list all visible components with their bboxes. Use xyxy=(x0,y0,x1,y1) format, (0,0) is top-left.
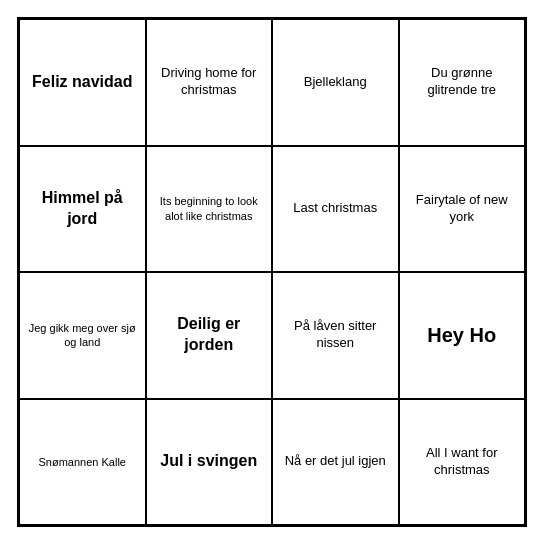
bingo-cell-r3c3: All I want for christmas xyxy=(399,399,526,526)
bingo-cell-r1c1: Its beginning to look alot like christma… xyxy=(146,146,273,273)
bingo-cell-r2c0: Jeg gikk meg over sjø og land xyxy=(19,272,146,399)
bingo-cell-r3c2: Nå er det jul igjen xyxy=(272,399,399,526)
bingo-cell-r2c1: Deilig er jorden xyxy=(146,272,273,399)
bingo-cell-r3c1: Jul i svingen xyxy=(146,399,273,526)
bingo-cell-r2c2: På låven sitter nissen xyxy=(272,272,399,399)
bingo-cell-r0c3: Du grønne glitrende tre xyxy=(399,19,526,146)
bingo-cell-r0c2: Bjelleklang xyxy=(272,19,399,146)
bingo-grid: Feliz navidadDriving home for christmasB… xyxy=(17,17,527,527)
bingo-cell-r3c0: Snømannen Kalle xyxy=(19,399,146,526)
bingo-cell-r1c2: Last christmas xyxy=(272,146,399,273)
bingo-cell-r0c1: Driving home for christmas xyxy=(146,19,273,146)
bingo-cell-r1c3: Fairytale of new york xyxy=(399,146,526,273)
bingo-cell-r0c0: Feliz navidad xyxy=(19,19,146,146)
bingo-cell-r2c3: Hey Ho xyxy=(399,272,526,399)
bingo-cell-r1c0: Himmel på jord xyxy=(19,146,146,273)
